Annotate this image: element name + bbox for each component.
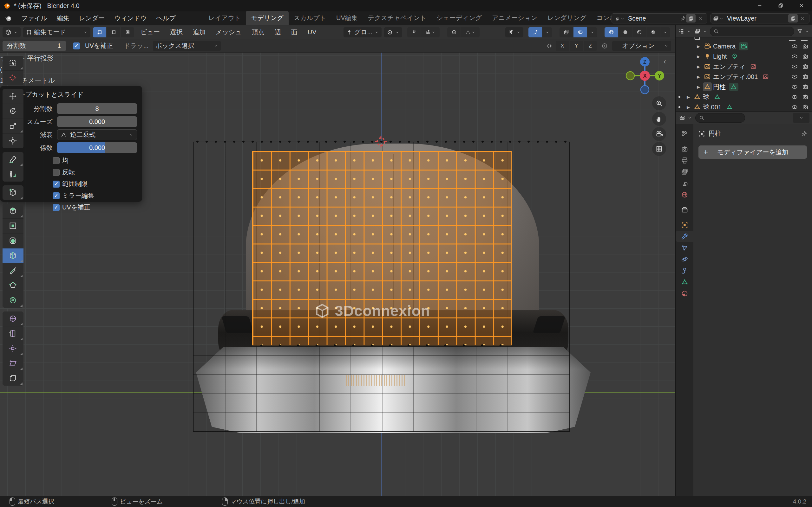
tab-tool[interactable] xyxy=(676,128,693,139)
menu-mesh[interactable]: メッシュ xyxy=(212,26,246,38)
factor-slider[interactable]: 0.000 xyxy=(57,142,137,153)
expand-arrow-icon[interactable]: ▶ xyxy=(695,64,702,69)
tab-physics[interactable] xyxy=(676,253,693,265)
image-data-badge[interactable] xyxy=(749,62,758,71)
tab-modifiers[interactable] xyxy=(676,231,693,242)
scene-selector[interactable]: Scene xyxy=(612,13,707,23)
menu-select[interactable]: 選択 xyxy=(166,26,187,38)
tool-scale[interactable] xyxy=(3,119,23,134)
camera-data-badge[interactable] xyxy=(739,42,748,50)
snap-settings-dropdown[interactable] xyxy=(421,27,440,38)
menu-vertex[interactable]: 頂点 xyxy=(248,26,268,38)
hide-eye-icon[interactable] xyxy=(791,53,798,60)
clamp-checkbox[interactable] xyxy=(53,181,60,187)
tool-knife[interactable] xyxy=(3,263,23,278)
tool-smooth[interactable] xyxy=(3,312,23,326)
render-visibility-icon[interactable] xyxy=(802,63,809,70)
mirror-y-button[interactable]: Y xyxy=(570,41,583,51)
viewport-canvas[interactable]: 3Dconnexion ライト・平行投影 (1) 円柱 10センチメートル Z … xyxy=(0,53,675,496)
light-data-badge[interactable] xyxy=(730,52,740,60)
outliner-row-empty-001[interactable]: ▶ エンプティ.001 xyxy=(676,72,812,82)
mesh-data-badge[interactable] xyxy=(729,83,739,91)
navigation-gizmo[interactable]: Z Y X xyxy=(623,55,666,97)
tab-object-data[interactable] xyxy=(676,276,693,288)
hide-eye-icon[interactable] xyxy=(791,43,798,50)
render-visibility-icon[interactable] xyxy=(802,83,809,90)
tool-loop-cut[interactable] xyxy=(3,248,23,263)
mesh-data-badge[interactable] xyxy=(712,93,722,101)
mirror-icon[interactable] xyxy=(546,42,553,50)
correct-uv-checkbox[interactable] xyxy=(53,204,60,211)
tab-rendering[interactable]: レンダリング xyxy=(542,11,592,25)
outliner-row-empty[interactable]: ▶ エンプティ xyxy=(676,61,812,72)
tab-world[interactable] xyxy=(676,189,693,200)
mirror-x-button[interactable]: X xyxy=(556,41,569,51)
delete-scene-button[interactable] xyxy=(696,14,705,22)
viewlayer-name[interactable]: ViewLayer xyxy=(727,15,785,22)
gizmo-minus-x-axis[interactable] xyxy=(626,72,635,80)
blender-menu-icon[interactable] xyxy=(4,14,12,22)
add-modifier-button[interactable]: + モディファイアーを追加 xyxy=(699,146,807,159)
cursor-3d-icon[interactable] xyxy=(374,134,388,149)
menu-edge[interactable]: 辺 xyxy=(271,26,285,38)
outliner-display-mode-button[interactable] xyxy=(694,26,708,37)
tab-output[interactable] xyxy=(676,155,693,166)
flipped-checkbox[interactable] xyxy=(53,169,60,176)
render-visibility-icon[interactable] xyxy=(802,104,809,111)
tool-bevel[interactable] xyxy=(3,233,23,248)
tab-modeling[interactable]: モデリング xyxy=(246,11,288,25)
tool-box-select[interactable] xyxy=(3,56,23,71)
mirror-z-button[interactable]: Z xyxy=(583,41,597,51)
shading-dropdown[interactable] xyxy=(660,27,670,38)
show-object-types-dropdown[interactable] xyxy=(505,27,523,38)
render-visibility-icon[interactable] xyxy=(802,43,809,50)
xray-toggle[interactable] xyxy=(560,27,573,38)
tab-object[interactable] xyxy=(676,219,693,231)
outliner-item-label[interactable]: 球.001 xyxy=(703,103,722,111)
expand-arrow-icon[interactable]: ▶ xyxy=(695,74,702,79)
hide-eye-icon[interactable] xyxy=(791,63,798,70)
outliner-item-label[interactable]: Light xyxy=(713,53,727,60)
gizmo-minus-z-axis[interactable] xyxy=(641,86,649,94)
even-checkbox[interactable] xyxy=(53,157,60,164)
menu-help[interactable]: ヘルプ xyxy=(152,12,181,24)
outliner-row-light[interactable]: ▶ Light xyxy=(676,51,812,61)
sidebar-collapse-arrow[interactable]: ‹ xyxy=(664,57,666,66)
expand-arrow-icon[interactable]: ▶ xyxy=(695,84,702,89)
edge-select-button[interactable] xyxy=(107,27,120,38)
menu-file[interactable]: ファイル xyxy=(16,12,52,24)
hide-eye-icon[interactable] xyxy=(791,104,798,111)
falloff-dropdown[interactable] xyxy=(461,27,479,38)
tool-3d-cursor[interactable] xyxy=(3,71,23,85)
snap-toggle[interactable] xyxy=(407,27,420,38)
subdivisions-field[interactable]: 分割数 1 xyxy=(3,41,66,51)
tab-scene[interactable] xyxy=(676,177,693,189)
hide-eye-icon[interactable] xyxy=(791,73,798,80)
shading-rendered-button[interactable] xyxy=(647,27,660,38)
editor-type-button[interactable] xyxy=(3,27,20,38)
tool-extrude-region[interactable] xyxy=(3,204,23,219)
camera-view-button[interactable] xyxy=(652,127,666,141)
correct-uv-checkbox[interactable] xyxy=(73,43,80,49)
menu-face[interactable]: 面 xyxy=(287,26,301,38)
pan-button[interactable] xyxy=(652,112,666,126)
tool-measure[interactable] xyxy=(3,167,23,181)
outliner-row-camera[interactable]: ▶ Camera xyxy=(676,41,812,51)
gizmo-toggle[interactable] xyxy=(528,27,542,38)
viewlayer-selector[interactable]: ViewLayer xyxy=(711,13,809,23)
pin-icon[interactable] xyxy=(680,15,686,21)
maximize-button[interactable] xyxy=(770,0,791,11)
scene-name[interactable]: Scene xyxy=(628,15,677,22)
tab-uv-editing[interactable]: UV編集 xyxy=(331,11,363,25)
pivot-dropdown[interactable] xyxy=(384,27,402,38)
vertex-select-button[interactable] xyxy=(93,27,106,38)
drag-mode-dropdown[interactable]: ボックス選択 xyxy=(153,41,221,51)
hide-eye-icon[interactable] xyxy=(791,94,798,101)
tab-animation[interactable]: アニメーション xyxy=(487,11,542,25)
outliner-item-label[interactable]: エンプティ xyxy=(713,62,745,71)
snap-falloff-icon[interactable] xyxy=(601,42,608,50)
tool-inset-faces[interactable] xyxy=(3,219,23,233)
tool-shear[interactable] xyxy=(3,356,23,371)
expand-arrow-icon[interactable]: ▶ xyxy=(695,54,702,59)
outliner-item-label[interactable]: 球 xyxy=(703,93,709,101)
